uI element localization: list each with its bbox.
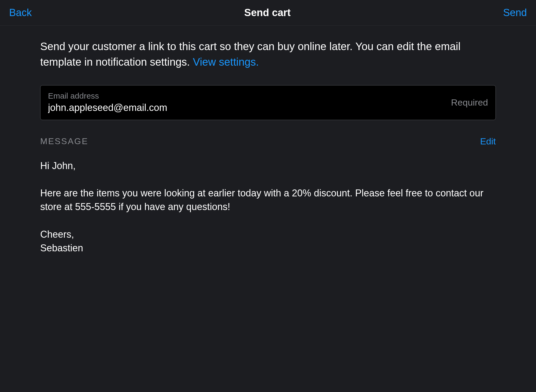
description-text: Send your customer a link to this cart s… [40,39,496,70]
message-section-label: MESSAGE [40,136,88,146]
message-section: MESSAGE Edit Hi John, Here are the items… [40,136,496,255]
content-area: Send your customer a link to this cart s… [0,26,536,255]
email-required-label: Required [451,97,488,108]
message-body: Hi John, Here are the items you were loo… [40,159,496,255]
email-field-left: Email address [48,91,451,113]
edit-message-link[interactable]: Edit [480,136,496,147]
email-field-container[interactable]: Email address Required [40,85,496,120]
email-label: Email address [48,91,451,100]
header-bar: Back Send cart Send [0,0,536,26]
send-button[interactable]: Send [503,7,527,18]
view-settings-link[interactable]: View settings. [193,56,259,68]
message-header: MESSAGE Edit [40,136,496,147]
page-title: Send cart [244,7,291,18]
email-input[interactable] [48,102,451,113]
back-button[interactable]: Back [9,7,32,18]
